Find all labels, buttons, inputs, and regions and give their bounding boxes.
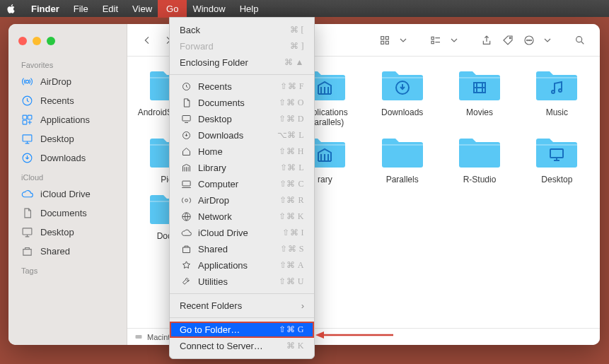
menu-item-connect-to-server[interactable]: Connect to Server… ⌘ K (170, 338, 314, 354)
folder-item[interactable]: Movies (443, 66, 515, 128)
folder-label: Downloads (381, 107, 423, 117)
svg-rect-27 (182, 116, 190, 122)
menu-item-label: Applications (198, 260, 248, 271)
menu-item-label: Home (198, 146, 223, 157)
menu-item-label: Computer (198, 179, 238, 189)
chevron-left-icon (141, 35, 153, 46)
folder-item[interactable]: R-Studio (443, 134, 515, 184)
clock-icon (180, 81, 192, 92)
menu-item-home[interactable]: Home⇧⌘ H (170, 143, 314, 160)
shortcut-label: ⇧⌘ O (279, 98, 304, 108)
chevron-down-icon (542, 35, 553, 46)
menu-item-icloud-drive[interactable]: iCloud Drive⇧⌘ I (170, 225, 314, 241)
sidebar-item-downloads[interactable]: Downloads (8, 148, 127, 168)
shortcut-label: ⇧⌘ F (280, 81, 304, 92)
group-icon (430, 35, 441, 46)
menu-item-utilities[interactable]: Utilities⇧⌘ U (170, 274, 314, 290)
folder-item[interactable]: Downloads (366, 66, 438, 128)
svg-point-18 (530, 40, 531, 40)
sidebar-item-documents[interactable]: Documents (8, 204, 127, 223)
sidebar-item-recents[interactable]: Recents (8, 91, 127, 110)
shortcut-label: ⇧⌘ L (280, 163, 304, 173)
disk-icon (134, 332, 143, 342)
menu-separator (170, 293, 314, 294)
download-icon (21, 152, 33, 164)
menu-item-airdrop[interactable]: AirDrop⇧⌘ R (170, 192, 314, 209)
sidebar-item-desktop[interactable]: Desktop (8, 129, 127, 148)
view-menu-button[interactable] (393, 30, 413, 50)
zoom-button[interactable] (47, 37, 55, 45)
menu-separator (170, 74, 314, 75)
computer-icon (180, 179, 192, 189)
menu-item-library[interactable]: Library⇧⌘ L (170, 160, 314, 176)
shortcut-label: ⇧⌘ S (280, 244, 304, 254)
svg-rect-24 (550, 149, 563, 158)
menubar-window[interactable]: Window (185, 1, 232, 16)
menubar-edit[interactable]: Edit (95, 1, 125, 16)
shared-icon (180, 244, 192, 254)
menubar-view[interactable]: View (125, 1, 159, 16)
menu-item-recent-folders[interactable]: Recent Folders › (170, 298, 314, 314)
share-button[interactable] (477, 30, 497, 50)
sidebar-item-airdrop[interactable]: AirDrop (8, 72, 127, 91)
minimize-button[interactable] (33, 37, 41, 45)
svg-rect-5 (23, 135, 32, 141)
chevron-down-icon (448, 35, 460, 46)
apps-icon (180, 260, 192, 271)
apple-logo-icon (6, 3, 17, 14)
svg-point-23 (559, 89, 562, 92)
folder-item[interactable]: Music (521, 66, 593, 128)
tags-button[interactable] (498, 30, 518, 50)
menubar-file[interactable]: File (66, 1, 95, 16)
folder-icon (533, 66, 580, 103)
menu-item-shared[interactable]: Shared⇧⌘ S (170, 241, 314, 257)
back-button[interactable] (137, 30, 157, 50)
shortcut-label: ⇧⌘ U (279, 276, 304, 287)
menubar-app[interactable]: Finder (24, 1, 66, 16)
menu-item-label: Desktop (198, 114, 232, 124)
svg-point-0 (25, 80, 28, 83)
group-menu-button[interactable] (444, 30, 464, 50)
view-icons-button[interactable] (375, 30, 395, 50)
close-button[interactable] (18, 37, 27, 45)
group-button[interactable] (426, 30, 446, 50)
chevron-down-icon (398, 35, 409, 46)
menu-item-recents[interactable]: Recents⇧⌘ F (170, 78, 314, 95)
search-icon (574, 35, 586, 46)
menu-item-network[interactable]: Network⇧⌘ K (170, 209, 314, 225)
folder-label: Music (546, 107, 568, 117)
shared-icon (21, 245, 33, 257)
menu-item-downloads[interactable]: Downloads⌥⌘ L (170, 127, 314, 143)
menu-item-label: AirDrop (198, 195, 229, 206)
sidebar-item-label: Documents (40, 208, 87, 218)
sidebar-item-icloud-drive[interactable]: iCloud Drive (8, 184, 127, 204)
folder-item[interactable]: Desktop (521, 134, 593, 184)
go-menu: Back⌘ [Forward⌘ ]Enclosing Folder⌘ ▲ Rec… (169, 17, 315, 359)
sidebar-item-applications[interactable]: Applications (8, 110, 127, 129)
folder-icon (379, 66, 426, 103)
actions-button[interactable] (519, 30, 539, 50)
menu-item-back[interactable]: Back⌘ [ (170, 22, 314, 38)
menu-item-documents[interactable]: Documents⇧⌘ O (170, 95, 314, 111)
sidebar-item-label: Downloads (40, 153, 86, 163)
clock-icon (21, 95, 33, 107)
menu-item-applications[interactable]: Applications⇧⌘ A (170, 257, 314, 274)
network-icon (180, 211, 192, 222)
sidebar-item-icloud-desktop[interactable]: Desktop (8, 223, 127, 242)
menu-item-go-to-folder[interactable]: Go to Folder… ⇧⌘ G (170, 322, 314, 338)
menubar-go[interactable]: Go (159, 1, 185, 16)
svg-rect-2 (23, 115, 27, 119)
shortcut-label: ⇧⌘ C (279, 179, 304, 189)
menubar-help[interactable]: Help (233, 1, 266, 16)
sidebar-item-label: Desktop (40, 227, 74, 237)
folder-item[interactable]: Parallels (366, 134, 438, 184)
menu-item-forward: Forward⌘ ] (170, 38, 314, 54)
svg-rect-7 (23, 228, 32, 235)
menu-item-desktop[interactable]: Desktop⇧⌘ D (170, 111, 314, 127)
menu-item-computer[interactable]: Computer⇧⌘ C (170, 176, 314, 192)
search-button[interactable] (570, 30, 590, 50)
sidebar-item-shared[interactable]: Shared (8, 242, 127, 261)
svg-rect-12 (431, 37, 434, 39)
menu-item-enclosing-folder[interactable]: Enclosing Folder⌘ ▲ (170, 54, 314, 71)
actions-menu-button[interactable] (538, 30, 557, 50)
